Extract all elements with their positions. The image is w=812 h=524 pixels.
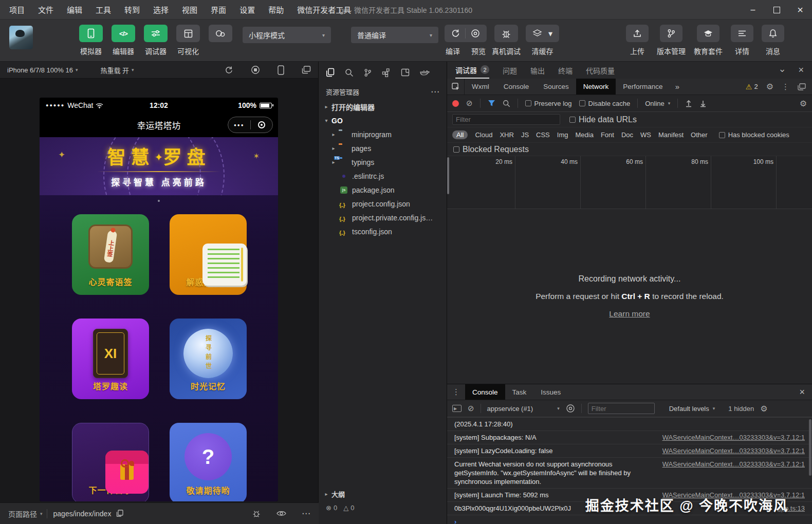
page-path-label[interactable]: 页面路径 <box>8 509 37 519</box>
console-tab-console[interactable]: Console <box>465 384 505 400</box>
tab-debugger[interactable]: 调试器 2 <box>455 62 489 79</box>
upload-button[interactable]: 上传 <box>626 25 649 56</box>
type-filter-doc[interactable]: Doc <box>621 131 633 139</box>
execution-context-select[interactable]: appservice (#1) <box>487 405 560 413</box>
hot-reload-select[interactable]: 热重载 开 <box>100 65 134 75</box>
hide-data-urls-checkbox[interactable]: Hide data URLs <box>569 115 637 124</box>
log-source-link[interactable]: WAServiceMainContext…03233303&v=3.7.12:1 <box>662 446 805 455</box>
refresh-icon[interactable] <box>225 66 233 74</box>
problems-status[interactable]: 0 0 <box>319 501 447 515</box>
type-filter-xhr[interactable]: XHR <box>500 131 513 139</box>
tab-output[interactable]: 输出 <box>530 62 545 79</box>
warning-counter[interactable]: 2 <box>746 83 758 91</box>
type-filter-manifest[interactable]: Manifest <box>658 131 684 139</box>
education-kit-button[interactable]: 教育套件 <box>694 25 723 56</box>
menu-settings[interactable]: 设置 <box>239 4 255 15</box>
version-control-button[interactable]: 版本管理 <box>657 25 686 56</box>
scrollbar-thumb[interactable] <box>447 157 449 194</box>
more-options-icon[interactable] <box>302 508 310 519</box>
menu-interface[interactable]: 界面 <box>211 4 226 15</box>
menu-devtools[interactable]: 微信开发者工具 <box>297 4 351 15</box>
clear-console-icon[interactable] <box>468 404 474 413</box>
console-sidebar-toggle[interactable]: ▶ <box>452 405 462 412</box>
network-settings-icon[interactable] <box>800 99 807 108</box>
more-menu-button[interactable] <box>228 123 250 127</box>
more-actions-icon[interactable] <box>431 86 439 97</box>
console-tab-issues[interactable]: Issues <box>533 384 568 400</box>
scrollbar-thumb[interactable] <box>809 419 811 476</box>
multi-window-icon[interactable] <box>302 66 311 74</box>
type-filter-all[interactable]: All <box>452 130 468 139</box>
devtools-tab-wxml[interactable]: Wxml <box>465 79 496 95</box>
tree-item-tsconfig[interactable]: tsconfig.json <box>319 224 447 238</box>
disable-cache-checkbox[interactable]: Disable cache <box>579 100 631 107</box>
devtools-menu-icon[interactable] <box>782 82 789 91</box>
tree-item-pages[interactable]: pages <box>319 141 447 155</box>
type-filter-cloud[interactable]: Cloud <box>475 131 492 139</box>
cloud-dev-button[interactable] <box>207 25 234 56</box>
extensions-icon[interactable] <box>382 68 391 77</box>
dock-side-icon[interactable] <box>798 83 806 90</box>
debugger-toggle-button[interactable]: 调试器 <box>142 25 170 56</box>
user-avatar[interactable] <box>9 26 33 49</box>
copy-icon[interactable] <box>116 510 123 517</box>
filter-funnel-icon[interactable] <box>488 100 495 107</box>
menu-edit[interactable]: 编辑 <box>67 4 82 15</box>
devtools-tab-console[interactable]: Console <box>496 79 537 95</box>
log-source-link[interactable]: WAServiceMainContext…03233303&v=3.7.12:1 <box>662 433 805 442</box>
type-filter-other[interactable]: Other <box>691 131 708 139</box>
maximize-button[interactable] <box>765 0 788 20</box>
log-source-link[interactable]: WAServiceMainContext…03233303&v=3.7.12:1 <box>662 460 805 469</box>
simulator-toggle-button[interactable]: 模拟器 <box>77 25 105 56</box>
device-select[interactable]: iPhone 6/7/8 100% 16 <box>7 66 78 74</box>
close-drawer-icon[interactable] <box>799 387 812 398</box>
menu-help[interactable]: 帮助 <box>268 4 284 15</box>
card-time-memory[interactable]: 探寻前世 时光记忆 <box>170 319 247 399</box>
outline-section[interactable]: 大纲 <box>319 487 447 501</box>
throttling-select[interactable]: Online <box>645 100 670 107</box>
devtools-tab-sources[interactable]: Sources <box>536 79 576 95</box>
card-fortune-stick[interactable]: 上上签 心灵寄语签 <box>72 214 149 295</box>
log-levels-select[interactable]: Default levels <box>669 405 715 413</box>
remote-debug-button[interactable]: 真机调试 <box>492 25 521 56</box>
network-timeline[interactable]: 20 ms 40 ms 60 ms 80 ms 100 ms <box>447 156 812 209</box>
close-button[interactable] <box>788 0 812 20</box>
project-root[interactable]: GO <box>319 114 447 127</box>
tree-item-miniprogram[interactable]: miniprogram <box>319 127 447 141</box>
type-filter-css[interactable]: CSS <box>536 131 550 139</box>
tab-terminal[interactable]: 终端 <box>558 62 573 79</box>
compile-mode-select[interactable]: 普通编译 <box>351 27 438 43</box>
console-settings-icon[interactable] <box>760 404 767 414</box>
eye-icon[interactable] <box>276 510 286 517</box>
network-filter-input[interactable] <box>452 114 560 125</box>
tree-item-project-private-config[interactable]: project.private.config.js… <box>319 211 447 224</box>
preview-eye-icon[interactable] <box>471 29 480 38</box>
more-tabs-icon[interactable] <box>670 82 685 91</box>
docker-icon[interactable] <box>420 69 430 77</box>
menu-file[interactable]: 文件 <box>38 4 53 15</box>
stop-icon[interactable] <box>251 65 260 74</box>
close-panel-icon[interactable] <box>798 65 804 76</box>
console-filter-input[interactable] <box>588 403 655 414</box>
editor-toggle-button[interactable]: </> 编辑器 <box>109 25 137 56</box>
tree-item-typings[interactable]: TS typings <box>319 155 447 169</box>
type-filter-js[interactable]: JS <box>521 131 529 139</box>
menu-select[interactable]: 选择 <box>153 4 169 15</box>
console-prompt[interactable] <box>447 515 812 524</box>
mode-select[interactable]: 小程序模式 <box>243 27 331 43</box>
search-icon[interactable] <box>503 100 510 107</box>
devtools-tab-performance[interactable]: Performance <box>616 79 670 95</box>
blocked-requests-checkbox[interactable]: Blocked Requests <box>453 145 529 154</box>
card-guide-book[interactable]: 解惑指南书 <box>170 214 247 295</box>
menu-view[interactable]: 视图 <box>182 4 197 15</box>
editor-layout-icon[interactable] <box>401 68 410 77</box>
git-branch-icon[interactable] <box>364 68 372 77</box>
menu-goto[interactable]: 转到 <box>124 4 140 15</box>
import-har-icon[interactable] <box>685 100 692 107</box>
clear-network-icon[interactable] <box>466 99 473 108</box>
open-editors-section[interactable]: 打开的编辑器 <box>319 100 447 114</box>
close-miniprogram-button[interactable] <box>251 121 273 128</box>
inspect-element-button[interactable] <box>447 79 465 95</box>
details-button[interactable]: 详情 <box>731 25 753 56</box>
tab-code-quality[interactable]: 代码质量 <box>586 62 615 79</box>
